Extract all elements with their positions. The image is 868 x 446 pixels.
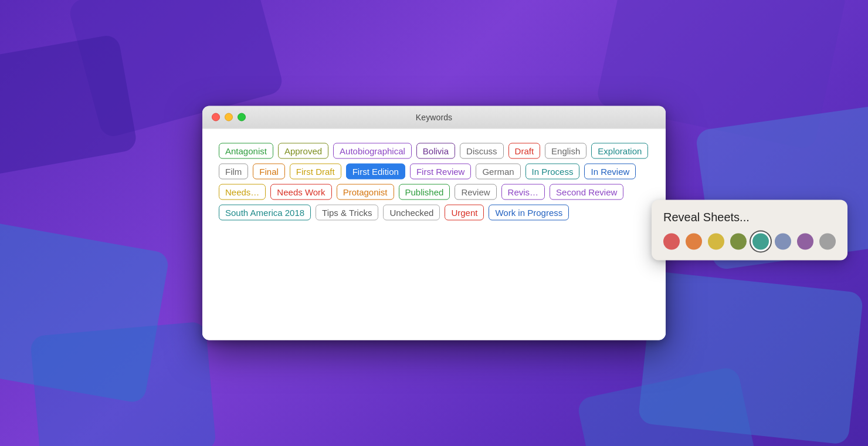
- keyword-tag[interactable]: In Process: [525, 164, 580, 180]
- keyword-tag[interactable]: Needs…: [219, 184, 266, 200]
- keyword-tag[interactable]: English: [545, 143, 586, 159]
- keyword-tag[interactable]: Work in Progress: [489, 205, 569, 221]
- keyword-tag[interactable]: South America 2018: [219, 205, 311, 221]
- traffic-lights: [212, 113, 246, 121]
- keyword-tag[interactable]: Exploration: [591, 143, 648, 159]
- keyword-tag[interactable]: In Review: [584, 164, 636, 180]
- color-circle-teal[interactable]: [752, 234, 769, 250]
- keyword-tag[interactable]: Film: [219, 164, 248, 180]
- title-bar: Keywords: [202, 106, 666, 129]
- keyword-tag[interactable]: Unchecked: [383, 205, 440, 221]
- color-circle-purple[interactable]: [797, 234, 813, 250]
- maximize-button[interactable]: [238, 113, 246, 121]
- keyword-tag[interactable]: Antagonist: [219, 143, 273, 159]
- color-circle-olive[interactable]: [730, 234, 747, 250]
- keyword-tag[interactable]: Second Review: [550, 184, 623, 200]
- keyword-tag[interactable]: Published: [399, 184, 450, 200]
- keyword-tag[interactable]: Draft: [508, 143, 541, 159]
- popover-title: Reveal Sheets...: [663, 211, 836, 224]
- bg-shape: [0, 33, 138, 178]
- keyword-tag[interactable]: German: [476, 164, 520, 180]
- keywords-window: Keywords AntagonistApprovedAutobiographi…: [202, 106, 666, 340]
- keyword-tag[interactable]: Bolivia: [416, 143, 455, 159]
- color-circle-orange[interactable]: [686, 234, 702, 250]
- minimize-button[interactable]: [225, 113, 233, 121]
- close-button[interactable]: [212, 113, 220, 121]
- keyword-tag[interactable]: Needs Work: [270, 184, 331, 200]
- keyword-tag[interactable]: Final: [253, 164, 285, 180]
- keyword-tag[interactable]: Tips & Tricks: [316, 205, 378, 221]
- keyword-tag[interactable]: First Draft: [290, 164, 341, 180]
- window-content: AntagonistApprovedAutobiographicalBolivi…: [202, 129, 666, 340]
- keyword-tag[interactable]: Urgent: [445, 205, 484, 221]
- reveal-sheets-popover: Reveal Sheets...: [652, 200, 847, 261]
- bg-shape: [30, 321, 216, 446]
- keyword-tag[interactable]: First Edition: [346, 164, 405, 180]
- keyword-tag[interactable]: Autobiographical: [333, 143, 412, 159]
- window-title: Keywords: [416, 113, 452, 122]
- keyword-tag[interactable]: Protagonist: [337, 184, 394, 200]
- keywords-grid: AntagonistApprovedAutobiographicalBolivi…: [219, 143, 649, 221]
- color-picker: [663, 234, 836, 250]
- keyword-tag[interactable]: Approved: [278, 143, 328, 159]
- keyword-tag[interactable]: Discuss: [460, 143, 504, 159]
- keyword-tag[interactable]: Review: [455, 184, 496, 200]
- keyword-tag[interactable]: First Review: [410, 164, 472, 180]
- keyword-tag[interactable]: Revis…: [501, 184, 545, 200]
- color-circle-light-blue[interactable]: [775, 234, 791, 250]
- color-circle-gray[interactable]: [819, 234, 836, 250]
- color-circle-yellow[interactable]: [708, 234, 724, 250]
- color-circle-red[interactable]: [663, 234, 680, 250]
